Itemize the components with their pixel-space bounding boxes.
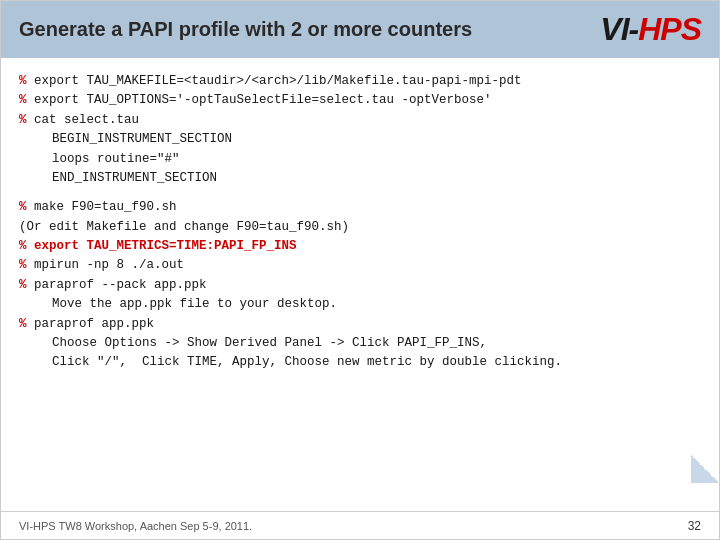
cmd-1: export TAU_MAKEFILE=<taudir>/<arch>/lib/… [27, 74, 522, 88]
line-2: % export TAU_OPTIONS='-optTauSelectFile=… [19, 91, 701, 110]
prompt-13: % [19, 317, 27, 331]
logo-vi: VI [600, 11, 628, 47]
cmd-10: mpirun -np 8 ./a.out [27, 258, 185, 272]
logo-hps: HPS [638, 11, 701, 47]
line-1: % export TAU_MAKEFILE=<taudir>/<arch>/li… [19, 72, 701, 91]
slide-content: % export TAU_MAKEFILE=<taudir>/<arch>/li… [1, 58, 719, 511]
line-13: % paraprof app.ppk [19, 315, 701, 334]
cmd-7: make F90=tau_f90.sh [27, 200, 177, 214]
prompt-9: % [19, 239, 27, 253]
cmd-11: paraprof --pack app.ppk [27, 278, 207, 292]
line-11: % paraprof --pack app.ppk [19, 276, 701, 295]
prompt-2: % [19, 93, 27, 107]
line-6: END_INSTRUMENT_SECTION [19, 169, 701, 188]
line-5: loops routine="#" [19, 150, 701, 169]
corner-fold [691, 455, 719, 483]
line-9: % export TAU_METRICS=TIME:PAPI_FP_INS [19, 237, 701, 256]
spacer-1 [19, 188, 701, 198]
prompt-10: % [19, 258, 27, 272]
prompt-3: % [19, 113, 27, 127]
cmd-2: export TAU_OPTIONS='-optTauSelectFile=se… [27, 93, 492, 107]
cmd-9: export TAU_METRICS=TIME:PAPI_FP_INS [27, 239, 297, 253]
line-10: % mpirun -np 8 ./a.out [19, 256, 701, 275]
line-8: (Or edit Makefile and change F90=tau_f90… [19, 218, 701, 237]
line-12: Move the app.ppk file to your desktop. [19, 295, 701, 314]
footer-page: 32 [688, 519, 701, 533]
slide-header: Generate a PAPI profile with 2 or more c… [1, 1, 719, 58]
prompt-7: % [19, 200, 27, 214]
line-3: % cat select.tau [19, 111, 701, 130]
line-15: Click "/", Click TIME, Apply, Choose new… [19, 353, 701, 372]
footer-workshop: VI-HPS TW8 Workshop, Aachen Sep 5-9, 201… [19, 520, 252, 532]
line-7: % make F90=tau_f90.sh [19, 198, 701, 217]
logo-dash: - [629, 11, 639, 47]
line-14: Choose Options -> Show Derived Panel -> … [19, 334, 701, 353]
cmd-13: paraprof app.ppk [27, 317, 155, 331]
prompt-11: % [19, 278, 27, 292]
slide-footer: VI-HPS TW8 Workshop, Aachen Sep 5-9, 201… [1, 511, 719, 539]
logo-text: VI-HPS [600, 11, 701, 48]
prompt-1: % [19, 74, 27, 88]
cmd-8: (Or edit Makefile and change F90=tau_f90… [19, 220, 349, 234]
line-4: BEGIN_INSTRUMENT_SECTION [19, 130, 701, 149]
logo: VI-HPS [600, 11, 701, 48]
cmd-3: cat select.tau [27, 113, 140, 127]
slide-body: % export TAU_MAKEFILE=<taudir>/<arch>/li… [1, 58, 719, 511]
slide-title: Generate a PAPI profile with 2 or more c… [19, 18, 472, 41]
slide-container: Generate a PAPI profile with 2 or more c… [0, 0, 720, 540]
